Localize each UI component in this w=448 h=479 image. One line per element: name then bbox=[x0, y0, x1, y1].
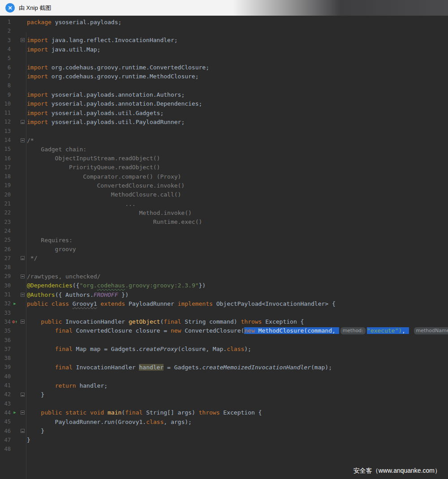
line-number[interactable]: 14 bbox=[0, 137, 11, 143]
line-number[interactable]: 9 bbox=[0, 92, 11, 98]
code-line[interactable]: 1package ysoserial.payloads; bbox=[0, 17, 448, 26]
line-number[interactable]: 15 bbox=[0, 146, 11, 152]
code-line[interactable]: 14/* bbox=[0, 136, 448, 145]
line-number[interactable]: 44 bbox=[0, 410, 11, 416]
line-number[interactable]: 48 bbox=[0, 446, 11, 452]
code-line[interactable]: 38 bbox=[0, 354, 448, 363]
fold-start-icon[interactable] bbox=[21, 38, 25, 42]
code-line[interactable]: 33 bbox=[0, 308, 448, 317]
code-line[interactable]: 35 final ConvertedClosure closure = new … bbox=[0, 326, 448, 335]
code-line[interactable]: 11import ysoserial.payloads.util.Gadgets… bbox=[0, 108, 448, 117]
line-number[interactable]: 1 bbox=[0, 19, 11, 25]
fold-start-icon[interactable] bbox=[21, 320, 25, 324]
line-number[interactable]: 42 bbox=[0, 391, 11, 398]
gutter-icon-slot[interactable]: ▶ bbox=[11, 302, 19, 306]
line-number[interactable]: 45 bbox=[0, 419, 11, 425]
fold-start-icon[interactable] bbox=[21, 138, 25, 142]
code-line[interactable]: 28 bbox=[0, 263, 448, 272]
code-line[interactable]: 17 PriorityQueue.readObject() bbox=[0, 163, 448, 172]
fold-column[interactable] bbox=[19, 274, 26, 278]
code-line[interactable]: 20 MethodClosure.call() bbox=[0, 190, 448, 199]
line-number[interactable]: 25 bbox=[0, 237, 11, 243]
code-line[interactable]: 13 bbox=[0, 127, 448, 136]
code-line[interactable]: 32▶public class Groovy1 extends PayloadR… bbox=[0, 299, 448, 308]
fold-end-icon[interactable] bbox=[21, 393, 25, 397]
fold-column[interactable] bbox=[19, 120, 26, 124]
code-line[interactable]: 39 final InvocationHandler handler = Gad… bbox=[0, 363, 448, 372]
line-number[interactable]: 11 bbox=[0, 110, 11, 116]
line-number[interactable]: 39 bbox=[0, 364, 11, 370]
line-number[interactable]: 35 bbox=[0, 328, 11, 334]
code-line[interactable]: 10import ysoserial.payloads.annotation.D… bbox=[0, 99, 448, 108]
code-line[interactable]: 24 bbox=[0, 227, 448, 235]
line-number[interactable]: 32 bbox=[0, 300, 11, 307]
line-number[interactable]: 4 bbox=[0, 46, 11, 52]
line-number[interactable]: 2 bbox=[0, 28, 11, 34]
line-number[interactable]: 41 bbox=[0, 382, 11, 389]
line-number[interactable]: 13 bbox=[0, 128, 11, 134]
line-number[interactable]: 33 bbox=[0, 310, 11, 316]
code-line[interactable]: 6import org.codehaus.groovy.runtime.Conv… bbox=[0, 63, 448, 72]
code-line[interactable]: 46 } bbox=[0, 426, 448, 435]
fold-column[interactable] bbox=[19, 320, 26, 324]
code-line[interactable]: 2 bbox=[0, 26, 448, 35]
line-number[interactable]: 34 bbox=[0, 319, 11, 325]
code-editor[interactable]: 1package ysoserial.payloads;23import jav… bbox=[0, 16, 448, 479]
line-number[interactable]: 6 bbox=[0, 64, 11, 71]
line-number[interactable]: 40 bbox=[0, 373, 11, 380]
fold-column[interactable] bbox=[19, 429, 26, 433]
code-line[interactable]: 36 bbox=[0, 335, 448, 344]
line-number[interactable]: 23 bbox=[0, 219, 11, 225]
code-line[interactable]: 45 PayloadRunner.run(Groovy1.class, args… bbox=[0, 417, 448, 426]
fold-column[interactable] bbox=[19, 293, 26, 297]
line-number[interactable]: 31 bbox=[0, 291, 11, 298]
code-line[interactable]: 40 bbox=[0, 372, 448, 381]
code-line[interactable]: 31@Authors({ Authors.FROHOFF }) bbox=[0, 290, 448, 299]
code-line[interactable]: 23 Runtime.exec() bbox=[0, 218, 448, 227]
code-line[interactable]: 4import java.util.Map; bbox=[0, 45, 448, 54]
code-line[interactable]: 34o↑ public InvocationHandler getObject(… bbox=[0, 317, 448, 326]
fold-column[interactable] bbox=[19, 393, 26, 397]
code-line[interactable]: 22 Method.invoke() bbox=[0, 208, 448, 217]
line-number[interactable]: 3 bbox=[0, 37, 11, 43]
code-line[interactable]: 7import org.codehaus.groovy.runtime.Meth… bbox=[0, 72, 448, 81]
line-number[interactable]: 28 bbox=[0, 264, 11, 270]
fold-end-icon[interactable] bbox=[21, 256, 25, 260]
code-line[interactable]: 42 } bbox=[0, 390, 448, 399]
code-line[interactable]: 18 Comparator.compare() (Proxy) bbox=[0, 172, 448, 181]
code-line[interactable]: 44▶ public static void main(final String… bbox=[0, 408, 448, 417]
code-line[interactable]: 41 return handler; bbox=[0, 381, 448, 390]
code-line[interactable]: 16 ObjectInputStream.readObject() bbox=[0, 154, 448, 163]
fold-column[interactable] bbox=[19, 411, 26, 415]
line-number[interactable]: 10 bbox=[0, 101, 11, 107]
line-number[interactable]: 5 bbox=[0, 55, 11, 61]
code-line[interactable]: 30@Dependencies({"org.codehaus.groovy:gr… bbox=[0, 281, 448, 290]
line-number[interactable]: 17 bbox=[0, 164, 11, 171]
code-line[interactable]: 12import ysoserial.payloads.util.Payload… bbox=[0, 117, 448, 126]
run-icon[interactable]: ▶ bbox=[13, 410, 16, 415]
gutter-icon-slot[interactable]: o↑ bbox=[11, 320, 19, 324]
fold-start-icon[interactable] bbox=[21, 411, 25, 415]
line-number[interactable]: 38 bbox=[0, 355, 11, 361]
code-line[interactable]: 47} bbox=[0, 436, 448, 445]
code-line[interactable]: 21 ... bbox=[0, 199, 448, 208]
code-line[interactable]: 43 bbox=[0, 399, 448, 408]
line-number[interactable]: 26 bbox=[0, 246, 11, 252]
line-number[interactable]: 43 bbox=[0, 401, 11, 407]
code-line[interactable]: 25 Requires: bbox=[0, 235, 448, 244]
fold-start-icon[interactable] bbox=[21, 274, 25, 278]
line-number[interactable]: 8 bbox=[0, 82, 11, 89]
line-number[interactable]: 29 bbox=[0, 273, 11, 279]
code-line[interactable]: 27 */ bbox=[0, 254, 448, 263]
fold-column[interactable] bbox=[19, 256, 26, 260]
code-line[interactable]: 5 bbox=[0, 54, 448, 63]
line-number[interactable]: 21 bbox=[0, 201, 11, 207]
fold-column[interactable] bbox=[19, 38, 26, 42]
line-number[interactable]: 46 bbox=[0, 428, 11, 434]
line-number[interactable]: 24 bbox=[0, 228, 11, 234]
fold-start-icon[interactable] bbox=[21, 293, 25, 297]
line-number[interactable]: 47 bbox=[0, 437, 11, 443]
fold-column[interactable] bbox=[19, 138, 26, 142]
line-number[interactable]: 37 bbox=[0, 346, 11, 352]
line-number[interactable]: 27 bbox=[0, 255, 11, 261]
